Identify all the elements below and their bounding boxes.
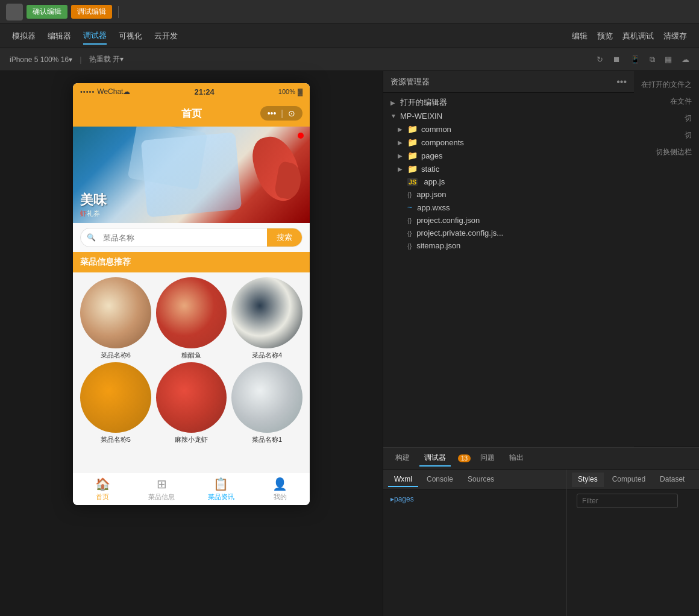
chevron-right-icon: ▶ [398, 126, 405, 133]
action-in-file[interactable]: 在文件 [641, 93, 692, 110]
list-item[interactable]: 菜品名称6 [80, 277, 151, 360]
tab-simulator[interactable]: 模拟器 [12, 28, 36, 44]
nav-preview-btn[interactable]: 预览 [597, 31, 613, 42]
chevron-right-icon: ▶ [398, 166, 405, 172]
style-tab-styles[interactable]: Styles [572, 473, 604, 487]
debug-tab-output[interactable]: 输出 [504, 450, 528, 467]
hotreload-toggle[interactable]: 热重载 开▾ [89, 54, 124, 64]
tree-sitemap[interactable]: ▶ {} sitemap.json [383, 239, 634, 252]
common-label: common [421, 125, 451, 134]
wxml-tab-console[interactable]: Console [421, 473, 459, 487]
fm-more-icon[interactable]: ••• [616, 77, 627, 87]
tree-open-editors[interactable]: ▶ 打开的编辑器 [383, 95, 634, 110]
banner-text: 美味 虾礼券 [73, 186, 114, 223]
stop-icon[interactable]: ⏹ [613, 55, 621, 64]
debug-tab-issues[interactable]: 问题 [475, 450, 500, 467]
list-item[interactable]: 菜品名称1 [231, 362, 302, 445]
tab-visual[interactable]: 可视化 [119, 28, 142, 44]
debug-tab-debugger[interactable]: 调试器 [419, 450, 451, 467]
device-info[interactable]: iPhone 5 100% 16▾ [10, 55, 72, 64]
chevron-down-icon: ▼ [390, 113, 398, 119]
wxml-tab-sources[interactable]: Sources [462, 473, 500, 487]
page-title: 首页 [181, 107, 202, 121]
right-actions: 在打开的文件之 在文件 切 切 切换侧边栏 [634, 71, 699, 447]
split-icon[interactable]: ⧉ [650, 55, 655, 64]
tree-appwxss[interactable]: ▶ ~ app.wxss [383, 201, 634, 214]
tree-mp-weixin[interactable]: ▼ MP-WEIXIN [383, 110, 634, 122]
tree-static[interactable]: ▶ 📁 static [383, 162, 634, 175]
grid-icon: ⊞ [157, 477, 167, 491]
tree-appjson[interactable]: ▶ {} app.json [383, 188, 634, 201]
food-name-1: 菜品名称1 [231, 435, 302, 444]
confirm-edit-btn[interactable]: 确认编辑 [27, 5, 67, 19]
appjson-label: app.json [416, 190, 446, 199]
search-inner: 🔍 搜索 [80, 228, 302, 247]
search-input[interactable] [96, 230, 267, 246]
tab-dishes[interactable]: ⊞ 菜品信息 [132, 473, 191, 505]
banner-title: 美味 [80, 191, 107, 209]
appwxss-label: app.wxss [417, 203, 450, 212]
tab-profile[interactable]: 👤 我的 [251, 473, 310, 505]
mobile-status-bar: ••••• WeChat☁ 21:24 100% ▓ [73, 83, 310, 100]
filter-row [567, 490, 699, 512]
mobile-navbar: 首页 ••• | ⊙ [73, 100, 310, 127]
more-icon[interactable]: ☁ [682, 55, 689, 64]
nav-clear-cache-btn[interactable]: 清缓存 [663, 31, 687, 42]
list-item[interactable]: 菜品名称5 [80, 362, 151, 445]
device-toolbar: iPhone 5 100% 16▾ | 热重载 开▾ ↻ ⏹ 📱 ⧉ ▦ ☁ [0, 48, 699, 71]
appjs-label: app.js [424, 177, 445, 186]
mobile-search-bar: 🔍 搜索 [73, 223, 310, 252]
debug-edit-btn[interactable]: 调试编辑 [71, 5, 112, 19]
styles-panel: Styles Computed Dataset Comp... [566, 470, 699, 616]
tree-projectconfig[interactable]: ▶ {} project.config.json [383, 214, 634, 227]
list-item[interactable]: 菜品名称4 [231, 277, 302, 360]
action-cut1[interactable]: 切 [641, 110, 692, 127]
tab-home[interactable]: 🏠 首页 [73, 473, 132, 505]
nav-right: 编辑 预览 真机调试 清缓存 [572, 31, 687, 42]
avatar [6, 4, 23, 20]
tab-editor[interactable]: 编辑器 [48, 28, 71, 44]
mobile-tabbar: 🏠 首页 ⊞ 菜品信息 📋 菜品资讯 👤 我的 [73, 472, 310, 505]
nav-device-debug-btn[interactable]: 真机调试 [622, 31, 654, 42]
layout-icon[interactable]: ▦ [665, 55, 672, 64]
list-item[interactable]: 糖醋鱼 [156, 277, 227, 360]
refresh-icon[interactable]: ↻ [597, 55, 603, 64]
nav-edit-btn[interactable]: 编辑 [572, 31, 588, 42]
chevron-right-icon: ▶ [398, 152, 405, 159]
debug-tab-build[interactable]: 构建 [390, 450, 415, 467]
tab-debugger[interactable]: 调试器 [83, 28, 107, 45]
components-label: components [421, 138, 464, 147]
wxml-tab-wxml[interactable]: Wxml [388, 473, 418, 487]
sitemap-label: sitemap.json [416, 241, 460, 250]
nav-action-btn[interactable]: ••• | ⊙ [260, 106, 302, 121]
battery-indicator: 100% [278, 88, 295, 95]
right-panel: 资源管理器 ••• ▶ 打开的编辑器 ▼ MP-WEIXIN [383, 71, 699, 616]
file-tree-container: 资源管理器 ••• ▶ 打开的编辑器 ▼ MP-WEIXIN [383, 71, 634, 447]
tree-projectprivate[interactable]: ▶ {} project.private.config.js... [383, 227, 634, 239]
tab-news-label: 菜品资讯 [208, 492, 234, 501]
mp-weixin-label: MP-WEIXIN [400, 112, 442, 121]
search-button[interactable]: 搜索 [267, 228, 302, 247]
folder-orange-icon: 📁 [407, 151, 418, 160]
action-open-files[interactable]: 在打开的文件之 [641, 76, 692, 93]
tab-news[interactable]: 📋 菜品资讯 [192, 473, 251, 505]
action-cut2[interactable]: 切 [641, 127, 692, 143]
debug-content: Wxml Console Sources ▸pages Styles Compu… [383, 470, 699, 616]
style-filter-input[interactable] [577, 494, 678, 508]
list-item[interactable]: 麻辣小龙虾 [156, 362, 227, 445]
style-tab-comp[interactable]: Comp... [693, 473, 699, 487]
tree-pages[interactable]: ▶ 📁 pages [383, 149, 634, 162]
tree-appjs[interactable]: ▶ JS app.js [383, 175, 634, 188]
phone-icon[interactable]: 📱 [630, 55, 640, 64]
tree-components[interactable]: ▶ 📁 components [383, 136, 634, 149]
banner-subtitle: 虾礼券 [80, 209, 107, 218]
action-toggle-sidebar[interactable]: 切换侧边栏 [641, 143, 692, 160]
style-tab-dataset[interactable]: Dataset [654, 473, 691, 487]
tree-common[interactable]: ▶ 📁 common [383, 122, 634, 136]
tab-cloud[interactable]: 云开发 [154, 28, 178, 44]
home-icon: 🏠 [95, 477, 110, 491]
style-tab-computed[interactable]: Computed [606, 473, 651, 487]
wxml-tabs: Wxml Console Sources [383, 470, 566, 490]
folder-orange-icon: 📁 [407, 137, 418, 147]
mobile-banner: 美味 虾礼券 [73, 127, 310, 223]
